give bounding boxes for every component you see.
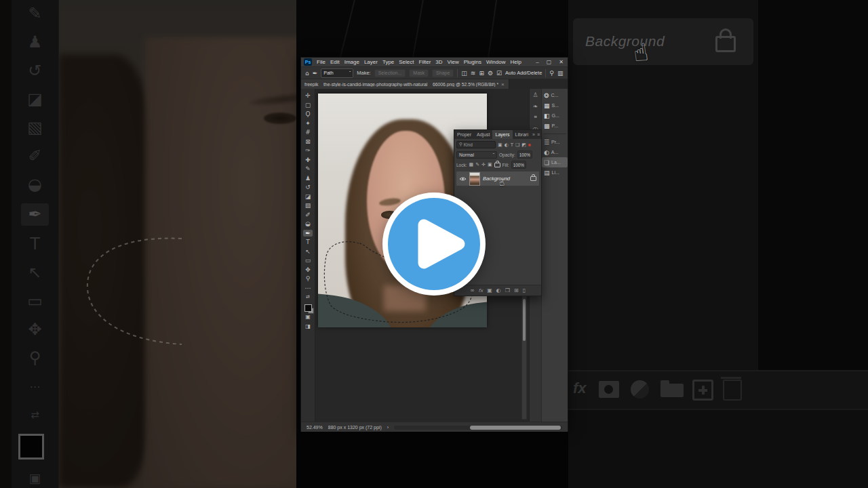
collapse-panel-icon[interactable]: » — [532, 132, 535, 137]
filter-smart-object-icon[interactable]: ◩ — [521, 142, 526, 148]
screen-mode-icon[interactable]: ◨ — [305, 323, 311, 330]
eye-visibility-icon[interactable] — [459, 176, 467, 182]
menu-window[interactable]: Window — [486, 59, 505, 65]
dock-adjustments-panel[interactable]: ◐ A... — [542, 147, 568, 157]
lock-icon[interactable] — [530, 176, 536, 181]
home-icon[interactable]: ⌂ — [305, 70, 309, 77]
dodge-tool[interactable]: ◒ — [305, 220, 311, 227]
eraser-tool[interactable]: ◪ — [305, 193, 311, 200]
path-arrangement-icon[interactable]: ⊞ — [479, 70, 484, 77]
clone-stamp-tool[interactable]: ♟ — [305, 175, 311, 182]
gradient-tool[interactable]: ▧ — [305, 202, 311, 209]
path-operations-icon[interactable]: ◫ — [461, 70, 467, 77]
lock-all-icon[interactable] — [494, 163, 500, 167]
blend-mode-select[interactable]: Normalˇ — [456, 151, 497, 159]
menu-layer[interactable]: Layer — [364, 59, 378, 65]
path-alignment-icon[interactable]: ≋ — [471, 70, 476, 77]
make-mask-button[interactable]: Mask — [409, 69, 429, 77]
menu-type[interactable]: Type — [382, 59, 394, 65]
dock-layers-panel[interactable]: ❏ La... — [542, 157, 568, 167]
filter-toggle-icon[interactable] — [528, 144, 531, 146]
healing-brush-tool[interactable]: ✚ — [305, 157, 311, 163]
play-button[interactable] — [382, 192, 486, 296]
tool-mode-select[interactable]: Path ˇ — [321, 68, 353, 78]
maximize-icon[interactable]: ▢ — [547, 59, 552, 65]
crop-tool[interactable]: # — [305, 129, 311, 136]
layer-name[interactable]: Background — [483, 176, 510, 182]
layer-mask-icon[interactable]: ▣ — [487, 287, 492, 293]
vertical-scrollbar[interactable] — [521, 296, 527, 420]
tab-libraries[interactable]: Librari — [513, 130, 531, 139]
menu-select[interactable]: Select — [399, 59, 414, 65]
hand-tool[interactable]: ✥ — [305, 266, 311, 273]
opacity-value[interactable]: 100% — [517, 150, 532, 159]
filter-shape-icon[interactable]: ❏ — [515, 142, 519, 148]
scrollbar-thumb[interactable] — [470, 426, 561, 430]
search-icon[interactable]: ⚲ — [549, 70, 554, 77]
adjustment-layer-icon[interactable]: ◐ — [496, 287, 501, 293]
workspace-panel-icon[interactable]: ▥ — [557, 70, 564, 77]
dock-gradients-panel[interactable]: ◧ G... — [542, 110, 568, 121]
pen-tool-preset-icon[interactable]: ✒ — [313, 70, 318, 77]
new-layer-icon[interactable]: ⊞ — [514, 287, 519, 293]
menu-view[interactable]: View — [448, 59, 459, 65]
eyedropper-tool[interactable]: ✑ — [305, 147, 311, 154]
gear-icon[interactable]: ⚙ — [488, 70, 493, 77]
move-tool[interactable]: ✛ — [305, 92, 311, 99]
menu-edit[interactable]: Edit — [330, 59, 340, 65]
menu-3d[interactable]: 3D — [435, 59, 442, 65]
quick-mask-icon[interactable]: ▣ — [305, 314, 311, 321]
filter-type-icon[interactable]: T — [511, 142, 513, 148]
history-brush-tool[interactable]: ↺ — [305, 184, 311, 190]
foreground-color-swatch[interactable] — [304, 304, 312, 312]
dock-libraries-panel[interactable]: ▤ Li... — [542, 167, 568, 178]
rectangle-tool[interactable]: ▭ — [305, 257, 311, 264]
path-selection-tool[interactable]: ↖ — [305, 248, 311, 255]
auto-add-delete-checkbox[interactable]: ☑ — [496, 70, 502, 77]
menu-help[interactable]: Help — [510, 59, 521, 65]
layer-thumbnail[interactable] — [469, 172, 480, 186]
tab-properties[interactable]: Proper — [454, 130, 474, 139]
lock-transparency-icon[interactable]: ▦ — [469, 162, 474, 167]
zoom-tool[interactable]: ⚲ — [306, 275, 311, 282]
fill-value[interactable]: 100% — [511, 161, 526, 169]
quick-selection-tool[interactable]: ✦ — [305, 120, 311, 127]
zoom-level-field[interactable]: 52.49% — [307, 425, 323, 430]
panel-menu-icon[interactable]: ≡ — [537, 132, 540, 137]
layer-filter-search[interactable]: ⚲ Kind — [456, 141, 496, 148]
make-shape-button[interactable]: Shape — [432, 69, 454, 77]
delete-layer-icon[interactable]: ▯ — [523, 287, 526, 293]
tab-close-icon[interactable]: × — [501, 81, 505, 87]
type-tool[interactable]: T — [306, 239, 310, 245]
tab-adjustments[interactable]: Adjust — [474, 130, 492, 139]
document-tab[interactable]: freepik__the-style-is-candid-image-photo… — [301, 79, 509, 89]
dock-patterns-panel[interactable]: ▩ P... — [542, 121, 568, 131]
brush-tool[interactable]: ✎ — [305, 165, 311, 172]
dock-color-panel[interactable]: ❂ C... — [542, 90, 568, 100]
more-tools[interactable]: ⋯ — [305, 285, 311, 291]
filter-adjustment-icon[interactable]: ◐ — [505, 142, 509, 148]
menu-plugins[interactable]: Plugins — [464, 59, 481, 65]
marquee-tool[interactable]: ▢ — [305, 102, 311, 108]
swap-colors-icon[interactable]: ⇄ — [306, 293, 310, 300]
lock-artboard-icon[interactable]: ▣ — [488, 162, 492, 167]
lock-pixels-icon[interactable]: ✎ — [475, 162, 479, 167]
group-layers-icon[interactable]: ❒ — [505, 287, 510, 293]
dock-properties-panel[interactable]: ☰ Pr... — [542, 137, 568, 147]
menu-file[interactable]: File — [317, 59, 326, 65]
scrollbar-thumb[interactable] — [523, 299, 526, 341]
make-selection-button[interactable]: Selection... — [374, 69, 406, 77]
background-color-swatch[interactable] — [308, 308, 314, 314]
menu-image[interactable]: Image — [344, 59, 359, 65]
lock-position-icon[interactable]: ✛ — [481, 162, 486, 167]
smudge-tool[interactable]: ✐ — [305, 211, 311, 218]
horizontal-scrollbar[interactable] — [394, 426, 562, 430]
version-history-icon[interactable]: ♙ — [532, 92, 538, 98]
status-chevron-icon[interactable]: › — [387, 425, 389, 430]
lasso-tool[interactable]: Ϙ — [305, 110, 310, 117]
tab-layers[interactable]: Layers — [492, 130, 512, 139]
minimize-icon[interactable]: – — [536, 59, 538, 65]
comments-icon[interactable]: ❝ — [534, 115, 537, 121]
dock-swatches-panel[interactable]: ▦ S... — [542, 100, 568, 110]
close-icon[interactable]: ✕ — [559, 59, 564, 65]
